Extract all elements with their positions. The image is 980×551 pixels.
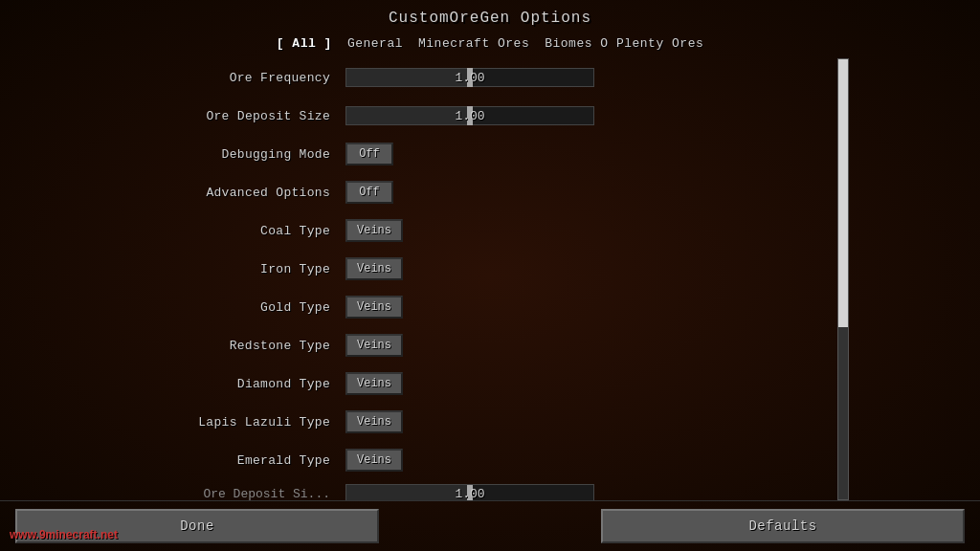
emerald-type-label: Emerald Type: [135, 453, 345, 468]
coal-type-row: Coal Type Veins: [131, 211, 830, 250]
scrollbar[interactable]: [837, 58, 849, 500]
tab-general[interactable]: General: [347, 36, 403, 51]
redstone-type-toggle[interactable]: Veins: [345, 334, 403, 357]
cutoff-row: Ore Deposit Si... 1.00: [131, 479, 830, 500]
ore-deposit-size-row: Ore Deposit Size 1.00: [131, 97, 830, 135]
iron-type-row: Iron Type Veins: [131, 250, 830, 288]
gold-type-row: Gold Type Veins: [131, 288, 830, 326]
scrollbar-thumb: [838, 59, 848, 327]
ore-frequency-slider[interactable]: 1.00: [345, 68, 594, 87]
iron-type-label: Iron Type: [135, 262, 345, 276]
diamond-type-toggle[interactable]: Veins: [345, 372, 403, 395]
cutoff-label: Ore Deposit Si...: [135, 487, 345, 501]
coal-type-label: Coal Type: [135, 224, 345, 238]
ore-deposit-size-label: Ore Deposit Size: [135, 109, 345, 123]
redstone-type-label: Redstone Type: [135, 339, 345, 353]
settings-list: Ore Frequency 1.00 Ore Deposit Size 1.00: [131, 58, 834, 500]
emerald-type-row: Emerald Type Veins: [131, 441, 830, 479]
tab-biomes-plenty[interactable]: Biomes O Plenty Ores: [545, 36, 703, 51]
lapis-lazuli-type-row: Lapis Lazuli Type Veins: [131, 403, 830, 441]
diamond-type-label: Diamond Type: [135, 377, 345, 391]
emerald-type-toggle[interactable]: Veins: [345, 449, 403, 472]
ore-deposit-size-value: 1.00: [346, 109, 593, 123]
advanced-options-label: Advanced Options: [135, 186, 345, 200]
cutoff-value: 1.00: [346, 487, 593, 501]
advanced-options-toggle[interactable]: Off: [345, 181, 393, 204]
gold-type-toggle[interactable]: Veins: [345, 296, 403, 319]
content-area: Ore Frequency 1.00 Ore Deposit Size 1.00: [131, 58, 849, 500]
debugging-mode-label: Debugging Mode: [135, 147, 345, 162]
gold-type-label: Gold Type: [135, 300, 345, 315]
tab-minecraft-ores[interactable]: Minecraft Ores: [418, 36, 529, 51]
watermark: www.9minecraft.net: [10, 528, 118, 541]
iron-type-toggle[interactable]: Veins: [345, 257, 403, 280]
diamond-type-row: Diamond Type Veins: [131, 364, 830, 403]
ore-frequency-label: Ore Frequency: [135, 71, 345, 85]
footer: Done Defaults: [0, 501, 980, 551]
defaults-button[interactable]: Defaults: [601, 509, 965, 543]
page-title: CustomOreGen Options: [389, 0, 591, 33]
ore-deposit-size-slider[interactable]: 1.00: [345, 106, 594, 125]
lapis-lazuli-type-label: Lapis Lazuli Type: [135, 415, 345, 430]
tab-all[interactable]: [ All ]: [277, 36, 332, 51]
main-container: CustomOreGen Options [ All ] General Min…: [0, 0, 980, 551]
coal-type-toggle[interactable]: Veins: [345, 219, 403, 242]
lapis-lazuli-type-toggle[interactable]: Veins: [345, 410, 403, 433]
debugging-mode-toggle[interactable]: Off: [345, 143, 393, 165]
debugging-mode-row: Debugging Mode Off: [131, 135, 830, 173]
ore-frequency-row: Ore Frequency 1.00: [131, 58, 830, 97]
cutoff-slider[interactable]: 1.00: [345, 484, 594, 500]
advanced-options-row: Advanced Options Off: [131, 173, 830, 211]
redstone-type-row: Redstone Type Veins: [131, 326, 830, 364]
tab-bar: [ All ] General Minecraft Ores Biomes O …: [277, 33, 703, 58]
ore-frequency-value: 1.00: [346, 71, 593, 85]
